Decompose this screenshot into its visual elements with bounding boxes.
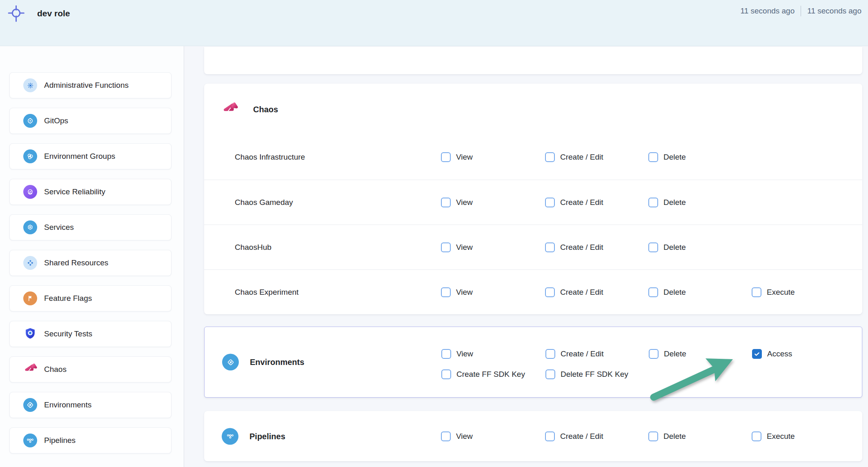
permission-label: View bbox=[456, 432, 473, 441]
permission-label: Delete bbox=[663, 432, 686, 441]
permission-label: View bbox=[456, 198, 473, 207]
execute-checkbox[interactable] bbox=[752, 431, 761, 441]
chaos-card-title: Chaos bbox=[253, 105, 278, 114]
delete-checkbox[interactable] bbox=[648, 198, 658, 207]
sidebar-item-label: Administrative Functions bbox=[44, 81, 129, 90]
permission-label: View bbox=[456, 153, 473, 162]
sidebar-item-feature-flags[interactable]: Feature Flags bbox=[9, 285, 171, 311]
pipelines-icon bbox=[222, 428, 238, 445]
gear-icon bbox=[23, 78, 37, 92]
create-edit-checkbox[interactable] bbox=[545, 431, 555, 441]
delete-checkbox[interactable] bbox=[648, 287, 658, 297]
sidebar-item-gitops[interactable]: GitOps bbox=[9, 108, 171, 134]
permission-view[interactable]: View bbox=[441, 242, 473, 252]
delete-checkbox[interactable] bbox=[648, 152, 658, 162]
view-checkbox[interactable] bbox=[441, 349, 451, 359]
execute-checkbox[interactable] bbox=[752, 287, 761, 297]
environments-permissions-card: Environments ViewCreate / EditDeleteAcce… bbox=[204, 327, 862, 398]
sidebar-item-shared-resources[interactable]: Shared Resources bbox=[9, 250, 171, 276]
sidebar-item-label: Environment Groups bbox=[44, 152, 115, 161]
sidebar-item-administrative-functions[interactable]: Administrative Functions bbox=[9, 72, 171, 98]
permission-create-edit[interactable]: Create / Edit bbox=[545, 349, 604, 359]
sidebar-item-environment-groups[interactable]: Environment Groups bbox=[9, 143, 171, 169]
view-checkbox[interactable] bbox=[441, 287, 451, 297]
permission-create-edit[interactable]: Create / Edit bbox=[545, 198, 603, 207]
delete-checkbox[interactable] bbox=[648, 431, 658, 441]
permission-label: Create / Edit bbox=[560, 288, 603, 297]
create-edit-checkbox[interactable] bbox=[545, 242, 555, 252]
permission-create-edit[interactable]: Create / Edit bbox=[545, 287, 603, 297]
permission-create-edit[interactable]: Create / Edit bbox=[545, 152, 603, 162]
chaos-permission-rows: Chaos InfrastructureViewCreate / EditDel… bbox=[204, 135, 862, 314]
permission-create-ff-sdk-key[interactable]: Create FF SDK Key bbox=[441, 369, 525, 379]
permission-view[interactable]: View bbox=[441, 349, 473, 359]
sidebar-item-security-tests[interactable]: Security Tests bbox=[9, 321, 171, 347]
permission-view[interactable]: View bbox=[441, 152, 473, 162]
pipelines-card-title: Pipelines bbox=[249, 431, 285, 441]
permission-row-chaos-infrastructure: Chaos InfrastructureViewCreate / EditDel… bbox=[204, 135, 862, 180]
permission-label: Create FF SDK Key bbox=[456, 370, 525, 379]
delete-checkbox[interactable] bbox=[648, 242, 658, 252]
sidebar-item-label: Pipelines bbox=[44, 436, 76, 445]
view-checkbox[interactable] bbox=[441, 152, 451, 162]
header-title-group: dev role bbox=[7, 3, 70, 24]
permission-delete[interactable]: Delete bbox=[648, 152, 686, 162]
gitops-icon bbox=[23, 114, 37, 128]
create-edit-checkbox[interactable] bbox=[545, 349, 555, 359]
sidebar-item-label: GitOps bbox=[44, 116, 68, 125]
timestamp-divider bbox=[801, 6, 801, 16]
sidebar-item-environments[interactable]: Environments bbox=[9, 392, 171, 418]
sidebar-item-label: Environments bbox=[44, 400, 91, 409]
resource-type-label: Chaos Experiment bbox=[235, 288, 298, 297]
permission-label: Execute bbox=[767, 288, 795, 297]
permission-label: Delete FF SDK Key bbox=[561, 370, 628, 379]
sidebar-item-chaos[interactable]: Chaos bbox=[9, 356, 171, 382]
sidebar-item-services[interactable]: Services bbox=[9, 214, 171, 240]
resource-type-label: Chaos Infrastructure bbox=[235, 153, 305, 162]
permission-label: Delete bbox=[663, 153, 686, 162]
permission-row-chaoshub: ChaosHubViewCreate / EditDelete bbox=[204, 225, 862, 269]
permission-delete[interactable]: Delete bbox=[648, 287, 686, 297]
permission-delete[interactable]: Delete bbox=[648, 198, 686, 207]
resource-sidebar: Administrative FunctionsGitOpsEnvironmen… bbox=[0, 46, 184, 467]
permission-label: Create / Edit bbox=[560, 243, 603, 252]
permission-access[interactable]: Access bbox=[752, 349, 792, 359]
create-edit-checkbox[interactable] bbox=[545, 287, 555, 297]
previous-section-card-partial bbox=[204, 47, 862, 74]
permission-label: Execute bbox=[767, 432, 795, 441]
permission-execute[interactable]: Execute bbox=[752, 431, 795, 441]
view-checkbox[interactable] bbox=[441, 198, 451, 207]
create-edit-checkbox[interactable] bbox=[545, 152, 555, 162]
pipelines-icon bbox=[23, 434, 37, 447]
sidebar-item-label: Security Tests bbox=[44, 329, 92, 338]
sidebar-item-label: Chaos bbox=[44, 365, 67, 374]
delete-ff-sdk-key-checkbox[interactable] bbox=[545, 369, 555, 379]
permission-view[interactable]: View bbox=[441, 198, 473, 207]
permission-create-edit[interactable]: Create / Edit bbox=[545, 431, 603, 441]
create-ff-sdk-key-checkbox[interactable] bbox=[441, 369, 451, 379]
create-edit-checkbox[interactable] bbox=[545, 198, 555, 207]
created-timestamp: 11 seconds ago bbox=[741, 7, 795, 16]
permission-delete[interactable]: Delete bbox=[648, 242, 686, 252]
permission-view[interactable]: View bbox=[441, 287, 473, 297]
sidebar-item-service-reliability[interactable]: Service Reliability bbox=[9, 179, 171, 205]
permission-view[interactable]: View bbox=[441, 431, 473, 441]
permission-label: Create / Edit bbox=[560, 153, 603, 162]
feature-flags-icon bbox=[23, 291, 37, 305]
permission-delete-ff-sdk-key[interactable]: Delete FF SDK Key bbox=[545, 369, 628, 379]
permission-label: Delete bbox=[663, 243, 686, 252]
permission-create-edit[interactable]: Create / Edit bbox=[545, 242, 603, 252]
sidebar-item-pipelines[interactable]: Pipelines bbox=[9, 427, 171, 454]
sidebar-item-label: Service Reliability bbox=[44, 187, 105, 196]
view-checkbox[interactable] bbox=[441, 431, 451, 441]
access-checkbox[interactable] bbox=[752, 349, 762, 359]
environments-icon bbox=[23, 398, 37, 412]
permission-label: View bbox=[456, 243, 473, 252]
resource-type-label: ChaosHub bbox=[235, 243, 272, 252]
permission-delete[interactable]: Delete bbox=[648, 431, 686, 441]
view-checkbox[interactable] bbox=[441, 242, 451, 252]
sidebar-item-label: Services bbox=[44, 223, 74, 232]
permission-execute[interactable]: Execute bbox=[752, 287, 795, 297]
services-icon bbox=[23, 220, 37, 234]
permission-label: Delete bbox=[663, 198, 686, 207]
